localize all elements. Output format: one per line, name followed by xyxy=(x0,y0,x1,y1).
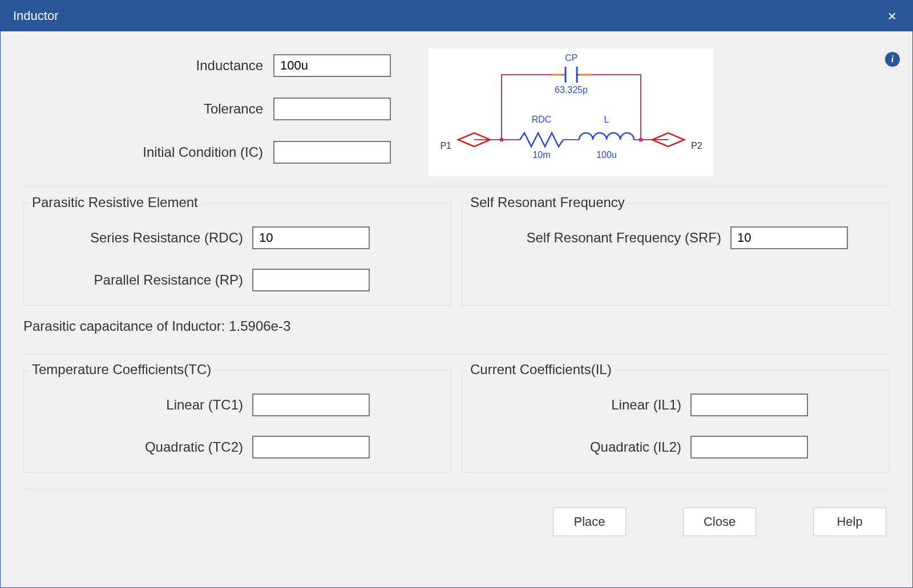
parasitic-row: Parasitic Resistive Element Series Resis… xyxy=(23,203,890,306)
tc1-label: Linear (TC1) xyxy=(32,397,243,413)
il1-label: Linear (IL1) xyxy=(470,397,681,413)
tolerance-label: Tolerance xyxy=(23,101,263,117)
rdc-value: 10m xyxy=(532,150,550,160)
field-tolerance: Tolerance xyxy=(23,98,391,120)
group-parasitic-resistive: Parasitic Resistive Element Series Resis… xyxy=(23,203,451,306)
l-label: L xyxy=(604,115,609,124)
title-bar[interactable]: Inductor × xyxy=(1,1,912,31)
srf-input[interactable] xyxy=(730,226,848,249)
initial-condition-input[interactable] xyxy=(273,141,391,164)
field-tc1: Linear (TC1) xyxy=(32,394,443,416)
group-temperature-coefficients: Temperature Coefficients(TC) Linear (TC1… xyxy=(23,370,451,473)
cp-label: CP xyxy=(565,53,577,63)
field-tc2: Quadratic (TC2) xyxy=(32,436,443,459)
coefficients-row: Temperature Coefficients(TC) Linear (TC1… xyxy=(23,354,890,473)
info-icon[interactable]: i xyxy=(885,52,900,67)
tc2-input[interactable] xyxy=(252,436,370,459)
rdc-label: RDC xyxy=(532,115,552,124)
il2-label: Quadratic (IL2) xyxy=(470,439,681,455)
close-icon[interactable]: × xyxy=(884,9,900,23)
circuit-svg: CP 63.325p xyxy=(429,48,714,176)
dialog-window: Inductor × Inductance Tolerance Initial … xyxy=(0,0,913,588)
group-current-coefficients: Current Coefficients(IL) Linear (IL1) Qu… xyxy=(462,370,890,473)
circuit-diagram: CP 63.325p xyxy=(429,48,714,176)
p2-label: P2 xyxy=(691,141,702,151)
self-resonant-title: Self Resonant Frequency xyxy=(467,194,628,210)
group-self-resonant: Self Resonant Frequency Self Resonant Fr… xyxy=(462,203,890,306)
l-value: 100u xyxy=(596,150,617,160)
field-initial-condition: Initial Condition (IC) xyxy=(23,141,391,164)
field-srf: Self Resonant Frequency (SRF) xyxy=(470,226,881,249)
il2-input[interactable] xyxy=(690,436,808,459)
parasitic-resistive-title: Parasitic Resistive Element xyxy=(29,194,201,210)
temp-coeff-title: Temperature Coefficients(TC) xyxy=(29,362,215,378)
field-rp: Parallel Resistance (RP) xyxy=(32,269,443,291)
place-button[interactable]: Place xyxy=(553,508,626,536)
srf-field-label: Self Resonant Frequency (SRF) xyxy=(470,230,721,246)
window-title: Inductor xyxy=(13,9,59,23)
field-inductance: Inductance xyxy=(23,54,391,77)
button-row: Place Close Help xyxy=(23,489,890,536)
rdc-field-label: Series Resistance (RDC) xyxy=(32,230,243,246)
cp-value: 63.325p xyxy=(555,85,588,95)
parasitic-capacitance-line: Parasitic capacitance of Inductor: 1.590… xyxy=(23,318,890,334)
help-button[interactable]: Help xyxy=(813,508,886,536)
close-button[interactable]: Close xyxy=(683,508,756,536)
tc1-input[interactable] xyxy=(252,394,370,416)
field-il2: Quadratic (IL2) xyxy=(470,436,881,459)
tolerance-input[interactable] xyxy=(273,98,391,120)
p1-label: P1 xyxy=(440,141,451,151)
rp-input[interactable] xyxy=(252,269,370,291)
rp-field-label: Parallel Resistance (RP) xyxy=(32,272,243,288)
initial-condition-label: Initial Condition (IC) xyxy=(23,144,263,160)
inductance-input[interactable] xyxy=(273,54,391,77)
diagram-column: CP 63.325p xyxy=(425,47,890,176)
il1-input[interactable] xyxy=(690,394,808,416)
rdc-input[interactable] xyxy=(252,226,370,249)
inductance-label: Inductance xyxy=(23,58,263,74)
primary-fields: Inductance Tolerance Initial Condition (… xyxy=(23,47,391,164)
field-il1: Linear (IL1) xyxy=(470,394,881,416)
tc2-label: Quadratic (TC2) xyxy=(32,439,243,455)
top-section: Inductance Tolerance Initial Condition (… xyxy=(23,47,890,187)
field-rdc: Series Resistance (RDC) xyxy=(32,226,443,249)
current-coeff-title: Current Coefficients(IL) xyxy=(467,362,615,378)
dialog-content: Inductance Tolerance Initial Condition (… xyxy=(1,31,912,587)
